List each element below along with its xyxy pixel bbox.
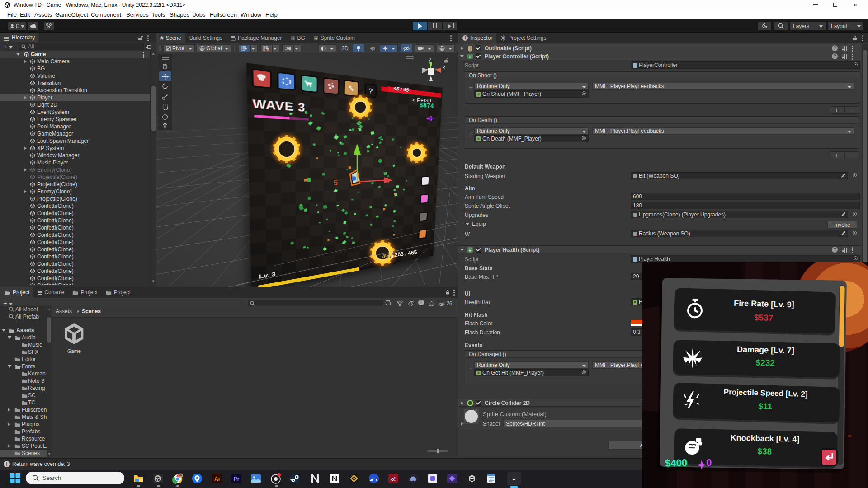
svg-text:5: 5 xyxy=(334,178,338,187)
svg-text:#: # xyxy=(469,54,472,59)
svg-text:#: # xyxy=(469,248,472,253)
svg-text:Ai: Ai xyxy=(214,476,220,482)
svg-text:Pr: Pr xyxy=(234,476,240,482)
svg-text:o!: o! xyxy=(391,476,396,482)
